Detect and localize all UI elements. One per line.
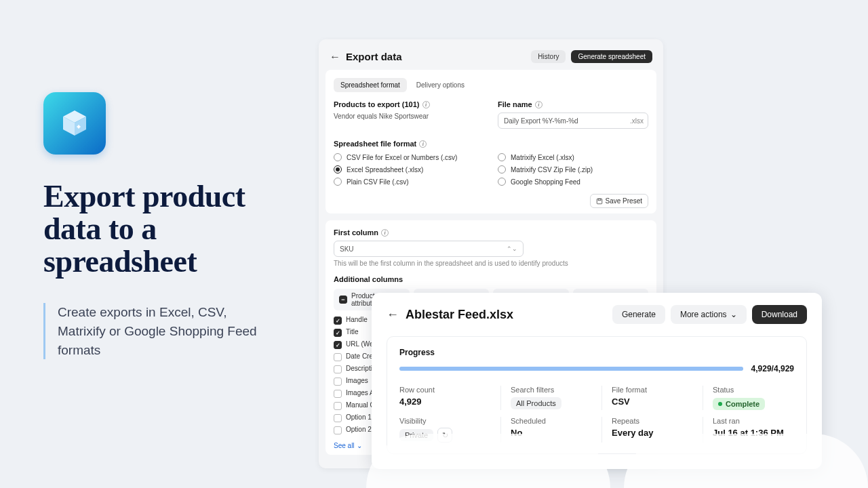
format-plain-csv[interactable]: Plain CSV File (.csv) bbox=[334, 178, 484, 186]
filename-label: File name i bbox=[498, 100, 648, 108]
export-title: Export data bbox=[346, 51, 526, 62]
tab-delivery-options[interactable]: Delivery options bbox=[410, 78, 471, 92]
status-dot-icon bbox=[718, 402, 722, 406]
generate-spreadsheet-button[interactable]: Generate spreadsheet bbox=[571, 50, 652, 63]
filename-input[interactable] bbox=[504, 117, 630, 125]
promo-headline: Export product data to a spreadsheet bbox=[43, 180, 274, 277]
metric-row-count: Row count 4,929 bbox=[399, 386, 491, 410]
info-icon[interactable]: i bbox=[419, 140, 427, 148]
metric-status: Status Complete bbox=[703, 386, 794, 410]
format-google-feed[interactable]: Google Shopping Feed bbox=[498, 178, 648, 186]
additional-columns-label: Additional columns bbox=[334, 275, 648, 283]
format-label: Spreadsheet file format i bbox=[334, 140, 648, 148]
chevron-down-icon: ⌄ bbox=[357, 442, 362, 449]
decorative-shape bbox=[624, 434, 868, 488]
info-icon[interactable]: i bbox=[381, 229, 389, 237]
filter-description: Vendor equals Nike Sportswear bbox=[334, 113, 484, 120]
info-icon[interactable]: i bbox=[535, 101, 542, 108]
format-xlsx[interactable]: Excel Spreadsheet (.xlsx) bbox=[334, 165, 484, 174]
back-arrow-icon[interactable]: ← bbox=[330, 51, 340, 63]
save-icon bbox=[596, 198, 603, 205]
progress-label: Progress bbox=[399, 348, 794, 357]
filename-input-wrap[interactable]: .xlsx bbox=[498, 113, 648, 129]
first-column-label: First column i bbox=[334, 228, 648, 237]
info-icon[interactable]: i bbox=[422, 101, 430, 108]
cube-icon bbox=[58, 106, 92, 140]
more-actions-button[interactable]: More actions⌄ bbox=[671, 305, 747, 324]
generate-button[interactable]: Generate bbox=[612, 305, 665, 324]
format-csv-excel[interactable]: CSV File for Excel or Numbers (.csv) bbox=[334, 153, 484, 161]
svg-rect-4 bbox=[597, 199, 602, 204]
decorative-shape bbox=[366, 434, 610, 488]
first-column-select[interactable]: SKU ⌃⌄ bbox=[334, 241, 524, 257]
format-matrixify-xlsx[interactable]: Matrixify Excel (.xlsx) bbox=[498, 153, 648, 161]
promo-panel: Export product data to a spreadsheet Cre… bbox=[43, 92, 274, 359]
feed-title: Ablestar Feed.xlsx bbox=[406, 308, 606, 322]
chevron-down-icon: ⌄ bbox=[730, 310, 737, 319]
products-to-export-label: Products to export (101) i bbox=[334, 100, 484, 108]
history-button[interactable]: History bbox=[531, 50, 566, 63]
save-preset-button[interactable]: Save Preset bbox=[590, 194, 648, 208]
tab-spreadsheet-format[interactable]: Spreadsheet format bbox=[334, 78, 407, 92]
progress-text: 4,929/4,929 bbox=[751, 364, 794, 373]
updown-icon: ⌃⌄ bbox=[507, 246, 517, 252]
back-arrow-icon[interactable]: ← bbox=[387, 308, 399, 322]
filename-ext: .xlsx bbox=[630, 117, 644, 125]
promo-subtext: Create exports in Excel, CSV, Matrixify … bbox=[43, 303, 274, 359]
first-column-helper: This will be the first column in the spr… bbox=[334, 260, 648, 267]
progress-bar bbox=[399, 367, 743, 371]
format-matrixify-zip[interactable]: Matrixify CSV Zip File (.zip) bbox=[498, 165, 648, 174]
svg-rect-5 bbox=[598, 199, 601, 201]
download-button[interactable]: Download bbox=[752, 305, 807, 324]
metric-search-filters: Search filters All Products bbox=[500, 386, 592, 410]
app-icon bbox=[43, 92, 106, 155]
metric-file-format: File format CSV bbox=[601, 386, 693, 410]
